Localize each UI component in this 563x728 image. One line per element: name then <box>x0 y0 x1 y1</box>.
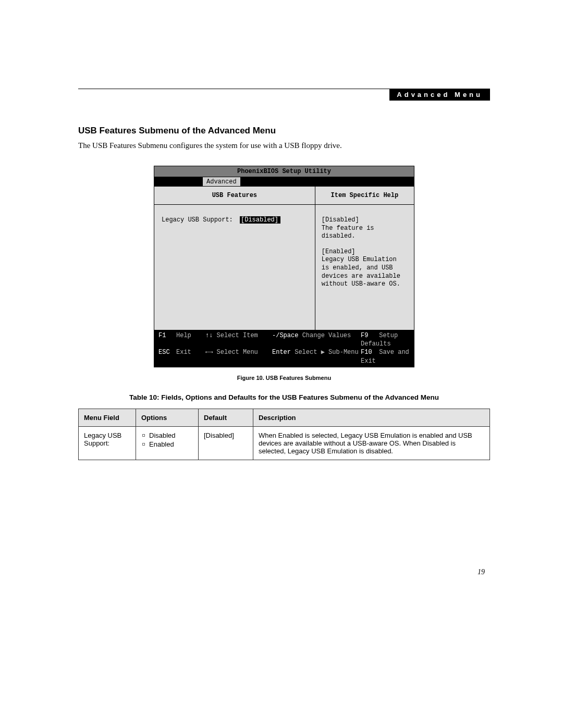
key-f1: F1 <box>158 331 176 340</box>
cell-options: Disabled Enabled <box>136 426 199 460</box>
key-f10: F10 <box>361 348 375 356</box>
help-enabled-text: Legacy USB Emulation is enabled, and USB… <box>322 256 408 288</box>
key-f1-label: Help <box>176 332 191 339</box>
figure-caption: Figure 10. USB Features Submenu <box>78 375 490 381</box>
bullet-icon <box>142 443 145 446</box>
bios-field-value[interactable]: [Disabled] <box>240 216 280 224</box>
th-description: Description <box>253 409 490 426</box>
bios-footer-keys: F1Help ↑↓ Select Item -/Space Change Val… <box>154 330 414 367</box>
key-enter-label-prefix: Select <box>295 349 321 356</box>
table-caption: Table 10: Fields, Options and Defaults f… <box>78 393 490 401</box>
th-options: Options <box>136 409 199 426</box>
key-leftright: ←→ <box>205 349 213 356</box>
key-updown-label: Select Item <box>217 332 258 339</box>
bios-field-label: Legacy USB Support: <box>162 216 240 224</box>
bios-column-headers: USB Features Item Specific Help <box>154 187 414 205</box>
cell-default: [Disabled] <box>199 426 253 460</box>
bios-help-panel: [Disabled] The feature is disabled. [Ena… <box>315 205 414 330</box>
table-row: Legacy USB Support: Disabled Enabled [Di… <box>79 426 490 460</box>
header-section-label: Advanced Menu <box>389 89 490 101</box>
key-f9: F9 <box>361 331 375 340</box>
key-esc: ESC <box>158 348 176 356</box>
cell-menu-field: Legacy USB Support: <box>79 426 136 460</box>
bios-screenshot: PhoenixBIOS Setup Utility Advanced USB F… <box>154 166 414 367</box>
help-enabled-label: [Enabled] <box>322 248 408 256</box>
page-number: 19 <box>478 568 485 576</box>
intro-paragraph: The USB Features Submenu configures the … <box>78 141 490 150</box>
section-title: USB Features Submenu of the Advanced Men… <box>78 126 490 136</box>
bios-tab-advanced[interactable]: Advanced <box>202 177 241 186</box>
table-header-row: Menu Field Options Default Description <box>79 409 490 426</box>
key-updown: ↑↓ <box>205 332 213 339</box>
options-table: Menu Field Options Default Description L… <box>78 409 490 460</box>
key-leftright-label: Select Menu <box>217 349 258 356</box>
key-enter: Enter <box>272 349 291 356</box>
triangle-right-icon: ▶ <box>321 348 325 356</box>
key-enter-label-suffix: Sub-Menu <box>325 349 359 356</box>
key-minus: -/Space <box>272 332 298 339</box>
document-page: Advanced Menu USB Features Submenu of th… <box>78 89 490 460</box>
key-esc-label: Exit <box>176 349 191 356</box>
option-disabled: Disabled <box>149 431 176 439</box>
bios-title-bar: PhoenixBIOS Setup Utility <box>154 166 414 177</box>
bios-field-legacy-usb[interactable]: Legacy USB Support: [Disabled] <box>162 216 308 224</box>
th-menu-field: Menu Field <box>79 409 136 426</box>
th-default: Default <box>199 409 253 426</box>
key-minus-label: Change Values <box>302 332 351 339</box>
bios-settings-panel: Legacy USB Support: [Disabled] <box>154 205 315 330</box>
help-disabled-label: [Disabled] <box>322 216 408 225</box>
bios-content-area: Legacy USB Support: [Disabled] [Disabled… <box>154 205 414 330</box>
bios-left-header: USB Features <box>154 187 315 204</box>
bios-menu-bar: Advanced <box>154 177 414 187</box>
bios-right-header: Item Specific Help <box>315 187 414 204</box>
bullet-icon <box>142 434 145 437</box>
cell-description: When Enabled is selected, Legacy USB Emu… <box>253 426 490 460</box>
option-enabled: Enabled <box>149 440 174 448</box>
help-disabled-text: The feature is disabled. <box>322 225 408 241</box>
